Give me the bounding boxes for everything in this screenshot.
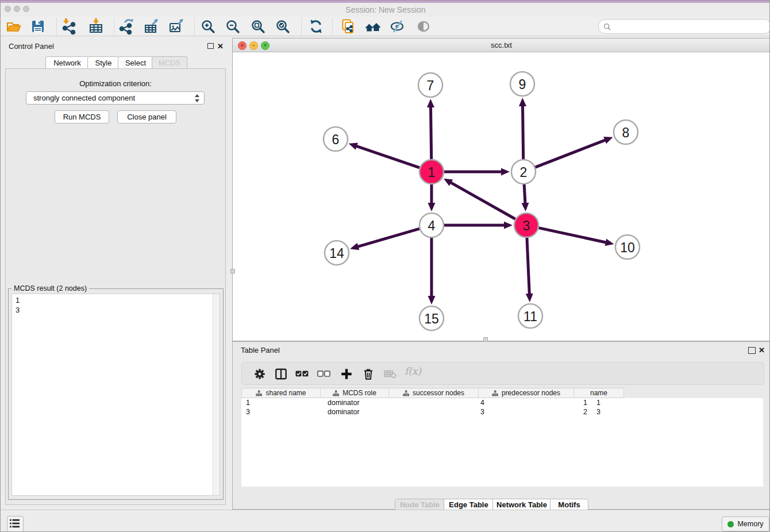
column-header-shared-name[interactable]: shared name	[241, 388, 321, 398]
zoom-out-icon[interactable]	[225, 18, 242, 35]
mcds-result-textarea[interactable]: 1 3	[11, 294, 220, 496]
delete-column-icon[interactable]	[361, 367, 375, 381]
cell-name[interactable]: 3	[591, 407, 646, 417]
vertical-splitter-handle[interactable]	[230, 269, 235, 273]
graph-edge-arrowhead	[519, 98, 526, 106]
toolbar-separator	[301, 18, 302, 34]
table-panel-close-icon[interactable]: ✕	[759, 346, 765, 354]
criterion-dropdown[interactable]: strongly connected component	[26, 91, 205, 105]
zoom-selected-icon[interactable]	[275, 18, 292, 35]
table-settings-gear-icon[interactable]	[253, 367, 267, 381]
graph-edge-1-6[interactable]	[356, 146, 419, 168]
graph-edge-arrowhead	[603, 137, 613, 144]
mcds-result-title: MCDS result (2 nodes)	[11, 284, 89, 292]
cell-successor-nodes[interactable]: 3	[395, 407, 492, 417]
table-row[interactable]: 3 dominator 3 2 3	[241, 407, 763, 417]
graph-node-label-3: 3	[523, 218, 530, 233]
memory-button[interactable]: Memory	[722, 516, 769, 531]
copy-share-icon[interactable]	[340, 18, 357, 35]
task-list-icon	[10, 519, 20, 528]
graph-node-label-4: 4	[428, 218, 436, 233]
control-panel-float-icon[interactable]	[207, 43, 214, 49]
visual-style-icon[interactable]	[389, 18, 406, 35]
table-toolbar: f(x)	[241, 362, 764, 385]
mcds-result-line: 1	[16, 295, 220, 305]
table-panel-float-icon[interactable]	[748, 347, 756, 354]
graph-node-label-14: 14	[329, 246, 344, 261]
control-panel-close-icon[interactable]: ✕	[217, 43, 224, 50]
memory-status-dot-icon	[727, 521, 734, 527]
close-panel-button[interactable]: Close panel	[117, 110, 176, 124]
unselect-all-icon[interactable]	[317, 367, 331, 381]
cell-shared-name[interactable]: 3	[241, 407, 324, 417]
search-field[interactable]	[598, 19, 770, 34]
column-label: predecessor nodes	[502, 389, 560, 397]
save-session-icon[interactable]	[29, 18, 47, 35]
refresh-icon[interactable]	[307, 18, 325, 35]
select-all-icon[interactable]	[295, 367, 309, 381]
column-header-mcds-role[interactable]: MCDS role	[321, 388, 389, 398]
home-icon[interactable]	[364, 18, 382, 35]
table-row[interactable]: 1 dominator 4 1 1	[241, 398, 763, 407]
graph-edge-arrowhead	[526, 294, 533, 302]
graph-edge-arrowhead	[428, 203, 436, 211]
add-column-icon[interactable]	[340, 367, 353, 381]
column-tree-icon	[333, 390, 339, 396]
run-mcds-button[interactable]: Run MCDS	[55, 110, 109, 124]
graph-edge-arrowhead	[504, 222, 513, 229]
cell-mcds-role[interactable]: dominator	[324, 398, 395, 407]
show-columns-icon[interactable]	[274, 367, 288, 381]
cell-name[interactable]: 1	[591, 398, 646, 407]
column-tree-icon	[256, 390, 262, 396]
column-header-name[interactable]: name	[574, 388, 624, 398]
hide-panel-eye-icon[interactable]	[415, 18, 432, 35]
import-network-icon[interactable]	[60, 18, 78, 35]
graph-edge-arrowhead	[521, 203, 529, 211]
graph-edge-arrowhead	[501, 168, 510, 176]
export-image-icon[interactable]	[168, 18, 185, 35]
graph-edge-3-10[interactable]	[539, 228, 607, 243]
cell-successor-nodes[interactable]: 4	[395, 398, 492, 407]
export-table-icon[interactable]	[143, 18, 160, 35]
memory-button-label: Memory	[737, 520, 763, 528]
graph-edge-arrowhead	[605, 238, 614, 246]
cell-predecessor-nodes[interactable]: 2	[492, 407, 591, 417]
graph-edge-3-1[interactable]	[450, 182, 515, 219]
status-bar: Memory	[1, 510, 770, 532]
network-window-title: scc.txt	[233, 41, 770, 49]
toolbar-separator	[114, 18, 114, 34]
graph-edge-arrowhead	[350, 243, 359, 250]
session-title: Session: New Session	[1, 5, 770, 14]
delete-table-icon[interactable]	[383, 367, 397, 381]
cell-shared-name[interactable]: 1	[241, 398, 324, 407]
search-input[interactable]	[613, 22, 770, 32]
toolbar-separator	[332, 18, 333, 34]
graph-edge-1-7[interactable]	[430, 106, 431, 159]
cell-mcds-role[interactable]: dominator	[324, 407, 395, 417]
network-view-window: × − + scc.txt 7968124314101511	[232, 38, 770, 341]
export-network-icon[interactable]	[118, 18, 135, 35]
graph-edge-arrowhead	[349, 142, 358, 149]
column-header-successor-nodes[interactable]: successor nodes	[389, 388, 479, 398]
graph-node-label-2: 2	[520, 165, 528, 180]
graph-node-label-6: 6	[332, 132, 340, 147]
column-header-predecessor-nodes[interactable]: predecessor nodes	[479, 388, 574, 398]
zoom-fit-icon[interactable]	[250, 18, 267, 35]
zoom-in-icon[interactable]	[200, 18, 217, 35]
graph-edge-2-3[interactable]	[524, 184, 525, 204]
graph-edge-2-8[interactable]	[536, 140, 606, 167]
column-tree-icon	[403, 390, 409, 396]
graph-node-label-7: 7	[427, 78, 434, 93]
graph-edge-3-11[interactable]	[527, 238, 529, 295]
graph-edge-2-9[interactable]	[522, 105, 523, 159]
cell-predecessor-nodes[interactable]: 1	[492, 398, 591, 407]
network-graph[interactable]: 7968124314101511	[233, 52, 770, 341]
open-session-icon[interactable]	[5, 18, 22, 35]
import-table-icon[interactable]	[87, 18, 105, 35]
function-builder-icon[interactable]: f(x)	[405, 365, 428, 379]
table-header-row: shared name MCDS role successor nodes pr…	[241, 388, 624, 398]
graph-edge-4-14[interactable]	[357, 229, 419, 247]
task-history-button[interactable]	[7, 516, 24, 532]
search-icon	[603, 23, 611, 30]
result-scrollbar[interactable]	[213, 294, 220, 495]
